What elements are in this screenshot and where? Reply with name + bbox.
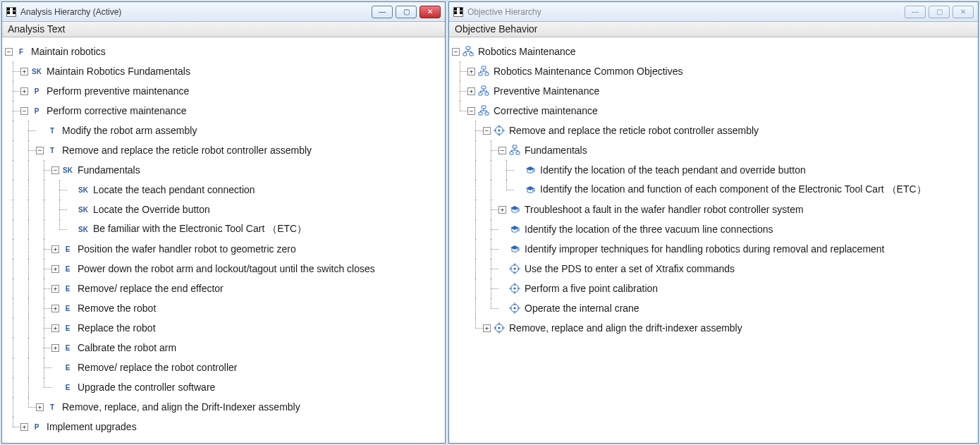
tree-row[interactable]: −Fundamentals (452, 140, 975, 160)
tree-row[interactable]: −FMaintain robotics (5, 42, 442, 61)
target-icon (494, 125, 505, 136)
objective-tree[interactable]: −Robotics Maintenance+Robotics Maintenan… (449, 37, 978, 443)
minimize-button[interactable]: — (905, 6, 926, 18)
tree-row[interactable]: EUpgrade the controller software (5, 377, 442, 397)
tree-label: Remove and replace the reticle robot con… (62, 145, 312, 156)
tree-label: Troubleshoot a fault in the wafer handle… (525, 204, 804, 215)
tree-row[interactable]: Identify improper techniques for handlin… (452, 239, 975, 259)
type-badge-e: E (62, 305, 73, 312)
close-button[interactable]: ✕ (419, 6, 441, 18)
tree-connector (36, 239, 51, 259)
tree-row[interactable]: −Robotics Maintenance (452, 42, 975, 61)
org-icon (463, 46, 474, 57)
tree-row[interactable]: −TRemove and replace the reticle robot c… (5, 140, 442, 160)
expand-toggle[interactable]: + (483, 324, 491, 332)
tree-row[interactable]: SKLocate the teach pendant connection (5, 180, 442, 200)
tree-row[interactable]: Use the PDS to enter a set of Xtrafix co… (452, 259, 975, 279)
type-badge-e: E (62, 344, 73, 352)
tree-row[interactable]: +PPerform preventive maintenance (5, 81, 442, 101)
expand-toggle[interactable]: + (498, 206, 506, 214)
expand-toggle[interactable]: + (51, 245, 59, 253)
tree-connector (5, 338, 20, 358)
tree-connector (20, 279, 36, 298)
tree-row[interactable]: Identify the location and function of ea… (452, 180, 975, 200)
tree-row[interactable]: −SKFundamentals (5, 160, 442, 180)
tree-row[interactable]: ERemove/ replace the robot controller (5, 358, 442, 377)
tree-connector (483, 298, 498, 318)
tree-row[interactable]: +ECalbrate the robot arm (5, 338, 442, 358)
tree-row[interactable]: Perform a five point calibration (452, 279, 975, 298)
type-badge-e: E (62, 245, 73, 253)
tree-row[interactable]: −PPerform corrective maintenance (5, 101, 442, 121)
collapse-toggle[interactable]: − (36, 147, 44, 154)
collapse-toggle[interactable]: − (467, 107, 475, 115)
expand-toggle[interactable]: + (20, 68, 28, 75)
tree-label: Upgrade the controller software (78, 382, 215, 393)
collapse-toggle[interactable]: − (483, 127, 491, 135)
toggle-placeholder (36, 127, 44, 135)
tree-connector (452, 61, 467, 81)
collapse-toggle[interactable]: − (20, 107, 28, 115)
tree-label: Robotics Maintenance Common Objectives (494, 66, 682, 77)
tree-connector (467, 318, 483, 338)
collapse-toggle[interactable]: − (51, 166, 59, 174)
tree-row[interactable]: +EReplace the robot (5, 318, 442, 338)
tree-row[interactable]: +ERemove/ replace the end effector (5, 279, 442, 298)
tree-row[interactable]: +Preventive Maintenance (452, 81, 975, 101)
tree-row[interactable]: +Remove, replace and align the drift-ind… (452, 318, 975, 338)
expand-toggle[interactable]: + (51, 285, 59, 293)
maximize-button[interactable]: ▢ (396, 6, 417, 18)
tree-row[interactable]: Identify the location of the three vacuu… (452, 219, 975, 239)
tree-connector (36, 160, 51, 180)
expand-toggle[interactable]: + (36, 403, 44, 411)
grad-icon (525, 164, 536, 176)
tree-row[interactable]: +PImplement upgrades (5, 417, 442, 437)
maximize-button[interactable]: ▢ (929, 6, 950, 18)
tree-row[interactable]: +EPower down the robot arm and lockout/t… (5, 259, 442, 279)
analysis-titlebar[interactable]: Analysis Hierarchy (Active) — ▢ ✕ (2, 2, 445, 22)
expand-toggle[interactable]: + (51, 265, 59, 273)
expand-toggle[interactable]: + (20, 423, 28, 431)
tree-row[interactable]: −Remove and replace the reticle robot co… (452, 121, 975, 140)
grad-icon (525, 184, 536, 195)
tree-label: Maintain Robotics Fundamentals (47, 66, 190, 77)
tree-label: Robotics Maintenance (478, 46, 576, 57)
collapse-toggle[interactable]: − (452, 48, 460, 56)
tree-row[interactable]: +SKMaintain Robotics Fundamentals (5, 61, 442, 81)
tree-row[interactable]: +ERemove the robot (5, 298, 442, 318)
expand-toggle[interactable]: + (467, 87, 475, 95)
expand-toggle[interactable]: + (51, 344, 59, 352)
minimize-button[interactable]: — (372, 6, 393, 18)
tree-connector (20, 318, 36, 338)
objective-titlebar[interactable]: Objective Hierarchy — ▢ ✕ (449, 2, 978, 22)
tree-row[interactable]: Identify the location of the teach penda… (452, 160, 975, 180)
tree-row[interactable]: +TRemove, replace, and align the Drift-I… (5, 397, 442, 417)
tree-connector (483, 180, 498, 200)
expand-toggle[interactable]: + (467, 68, 475, 75)
tree-connector (5, 180, 20, 200)
tree-connector (36, 259, 51, 279)
type-badge-t: T (47, 403, 58, 411)
tree-row[interactable]: −Corrective maintenance (452, 101, 975, 121)
tree-row[interactable]: +EPosition the wafer handler robot to ge… (5, 239, 442, 259)
tree-connector (5, 298, 20, 318)
analysis-tree[interactable]: −FMaintain robotics+SKMaintain Robotics … (2, 37, 445, 443)
tree-connector (483, 160, 498, 180)
grad-icon (509, 243, 520, 255)
expand-toggle[interactable]: + (51, 324, 59, 332)
expand-toggle[interactable]: + (20, 87, 28, 95)
grad-icon (509, 224, 520, 235)
collapse-toggle[interactable]: − (5, 48, 13, 56)
close-button[interactable]: ✕ (953, 6, 974, 18)
tree-row[interactable]: Operate the internal crane (452, 298, 975, 318)
tree-row[interactable]: TModify the robot arm assembly (5, 121, 442, 140)
collapse-toggle[interactable]: − (498, 147, 506, 154)
tree-row[interactable]: +Troubleshoot a fault in the wafer handl… (452, 200, 975, 219)
tree-label: Perform corrective maintenance (47, 105, 186, 116)
tree-row[interactable]: SKLocate the Override button (5, 200, 442, 219)
tree-row[interactable]: SKBe familiar with the Electronic Tool C… (5, 219, 442, 239)
tree-connector (20, 180, 36, 200)
tree-row[interactable]: +Robotics Maintenance Common Objectives (452, 61, 975, 81)
expand-toggle[interactable]: + (51, 305, 59, 312)
target-icon (509, 303, 520, 314)
